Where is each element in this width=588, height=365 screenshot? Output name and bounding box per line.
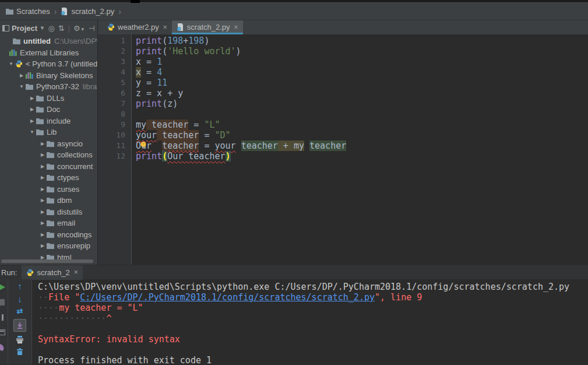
folder-icon [47, 209, 54, 215]
console-text: ···· [38, 303, 59, 313]
run-tab-scratch_2[interactable]: scratch_2× [22, 265, 82, 280]
chevron-collapsed-icon[interactable]: ▶ [28, 96, 36, 101]
run-console-output[interactable]: C:\Users\DP\venv\untitled\Scripts\python… [32, 279, 588, 364]
tree-item-ensurepip[interactable]: ▶ensurepip [0, 240, 97, 252]
chevron-collapsed-icon[interactable]: ▶ [38, 209, 47, 215]
chevron-collapsed-icon[interactable]: ▶ [38, 243, 47, 248]
print-console-icon[interactable] [16, 336, 24, 343]
console-text: ", line 9 [375, 292, 422, 303]
clear-console-icon[interactable] [16, 348, 23, 355]
run-toolbar-left [0, 279, 8, 364]
console-file-link[interactable]: C:/Users/DP/.PyCharm2018.1/config/scratc… [80, 292, 375, 303]
rerun-play-icon[interactable] [0, 283, 6, 291]
chevron-collapsed-icon[interactable]: ▶ [38, 175, 47, 180]
scratch-file-icon [61, 8, 68, 15]
folder-icon [47, 152, 54, 158]
scroll-to-end-icon[interactable] [13, 319, 26, 332]
tab-label: scratch_2.py [187, 23, 230, 31]
libs-icon [9, 49, 17, 56]
editor-tab-weather2-py[interactable]: weather2.py× [103, 20, 172, 34]
line-number: 3 [98, 57, 125, 67]
chevron-collapsed-icon[interactable]: ▶ [38, 187, 47, 192]
code-token: teacher [241, 141, 278, 151]
tree-item-distutils[interactable]: ▶distutils [0, 206, 97, 218]
chevron-collapsed-icon[interactable]: ▶ [17, 73, 26, 78]
code-line-7: print(z) [136, 99, 588, 109]
console-text: ^ [106, 313, 111, 324]
coverage-icon[interactable] [0, 344, 5, 352]
chevron-collapsed-icon[interactable]: ▶ [38, 198, 47, 203]
tree-item-curses[interactable]: ▶curses [0, 184, 97, 195]
code-token: z = x + y [136, 88, 183, 99]
line-number: 8 [98, 109, 125, 120]
chevron-collapsed-icon[interactable]: ▶ [38, 164, 47, 169]
line-number: 1 [98, 36, 125, 46]
tree-item-email[interactable]: ▶email [0, 217, 97, 229]
chevron-collapsed-icon[interactable]: ▶ [38, 141, 47, 146]
chevron-collapsed-icon[interactable]: ▶ [38, 232, 47, 237]
chevron-collapsed-icon[interactable]: ▶ [38, 152, 47, 157]
tree-item-external-libraries[interactable]: External Libraries [0, 47, 97, 59]
tree-item-untitled[interactable]: untitledC:\Users\DP\Pyc [0, 36, 97, 47]
down-stack-icon[interactable]: ↓ [17, 294, 22, 303]
pause-output-icon[interactable] [0, 314, 3, 321]
chevron-collapsed-icon[interactable]: ▶ [38, 220, 47, 226]
tree-item-asyncio[interactable]: ▶asyncio [0, 138, 97, 150]
code-line-2: print('Hello world') [136, 46, 588, 57]
close-icon[interactable]: × [74, 268, 78, 276]
code-token: 1 [157, 57, 162, 67]
code-line-10: your teacher = "D" [136, 130, 588, 141]
tree-item-encodings[interactable]: ▶encodings [0, 229, 97, 241]
settings-gear-icon[interactable]: ⚙▼ [73, 24, 85, 33]
intention-bulb-icon[interactable] [140, 141, 147, 149]
show-console-icon[interactable] [0, 329, 5, 335]
line-number: 9 [98, 120, 125, 130]
chevron-down-icon[interactable]: ▼ [40, 25, 45, 31]
chevron-collapsed-icon[interactable]: ▶ [28, 107, 36, 112]
tab-label: weather2.py [118, 23, 159, 31]
code-token: = [141, 67, 157, 78]
stop-icon[interactable] [0, 299, 5, 306]
tree-item-dbm[interactable]: ▶dbm [0, 195, 97, 206]
locate-icon[interactable]: ◎ [48, 24, 54, 33]
code-editor[interactable]: print(198+198)print('Hello world')x = 1x… [132, 34, 588, 265]
folder-icon [13, 38, 20, 44]
close-icon[interactable]: × [234, 23, 238, 31]
breadcrumb-item[interactable]: scratch_2.py [59, 7, 115, 16]
close-icon[interactable]: × [163, 23, 167, 31]
tree-item--python-3-7-untitled-[interactable]: ▼< Python 3.7 (untitled) [0, 58, 97, 70]
code-token: Our teacher [167, 151, 225, 162]
tree-item-dlls[interactable]: ▶DLLs [0, 93, 97, 104]
tree-item-concurrent[interactable]: ▶concurrent [0, 161, 97, 173]
tree-item-binary-skeletons[interactable]: ▶Binary Skeletons [0, 70, 97, 82]
run-panel-header: Run: scratch_2× [0, 265, 588, 279]
tree-item-label: email [57, 219, 75, 227]
restore-layout-icon[interactable]: ⇄ [17, 307, 23, 315]
chevron-collapsed-icon[interactable]: ▶ [28, 118, 36, 124]
project-panel-title[interactable]: Project [12, 24, 37, 33]
hide-panel-icon[interactable]: ⊣ [89, 24, 95, 33]
breadcrumb-item[interactable]: Scratches [5, 7, 51, 16]
tree-item-python37-32[interactable]: ▼Python37-32library [0, 81, 97, 93]
editor-tab-scratch_2-py[interactable]: scratch_2.py× [172, 20, 243, 34]
code-token: my [136, 120, 146, 130]
python-icon [26, 269, 34, 276]
code-token: 11 [157, 78, 167, 88]
chevron-expanded-icon[interactable]: ▼ [17, 84, 26, 89]
tree-item-collections[interactable]: ▶collections [0, 149, 97, 161]
collapse-all-icon[interactable]: ⇅ [58, 24, 65, 33]
tree-item-label: Binary Skeletons [36, 71, 93, 80]
up-stack-icon[interactable]: ↑ [17, 282, 22, 290]
horizontal-scrollbar[interactable] [1, 259, 93, 263]
tree-item-ctypes[interactable]: ▶ctypes [0, 172, 97, 184]
chevron-expanded-icon[interactable]: ▼ [28, 129, 36, 135]
folder-icon [47, 243, 54, 249]
tree-item-lib[interactable]: ▼Lib [0, 127, 97, 138]
tree-item-doc[interactable]: ▶Doc [0, 104, 97, 115]
chevron-expanded-icon[interactable]: ▼ [7, 61, 15, 66]
line-number: 10 [98, 130, 125, 141]
line-number: 6 [98, 88, 125, 99]
tree-item-include[interactable]: ▶include [0, 115, 97, 127]
code-token: ( [162, 151, 167, 162]
folder-icon [36, 129, 44, 135]
